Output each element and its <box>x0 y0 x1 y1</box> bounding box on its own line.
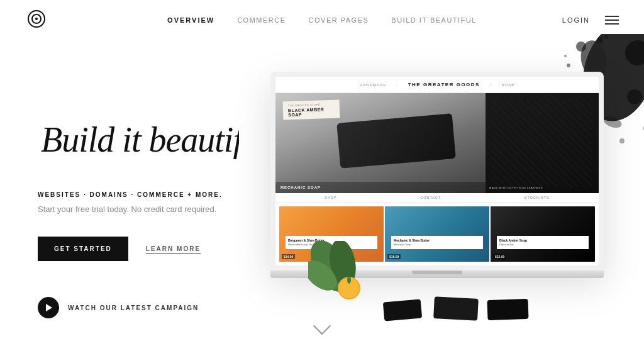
decoration-leaves <box>308 241 384 306</box>
preview-nav-right: Soap <box>502 83 515 87</box>
website-preview: Handmade | The Greater Goods | Soap <box>275 77 599 266</box>
product-tag-title: Black Amber Soap <box>288 107 335 118</box>
main-content: Build it beautiful. Websites · Domains ·… <box>0 40 644 341</box>
chevron-down-icon <box>313 317 331 335</box>
preview-nav-shop: Shop <box>325 196 337 199</box>
product-2-price: $18.00 <box>387 254 401 259</box>
product-card-3: Black Amber Soap Premium bar $22.00 <box>491 206 595 262</box>
logo[interactable] <box>25 8 48 33</box>
svg-point-5 <box>627 89 642 104</box>
nav-item-cover-pages[interactable]: Cover Pages <box>309 16 369 24</box>
preview-nav-contact: Contact <box>420 196 441 199</box>
preview-nav: Handmade | The Greater Goods | Soap <box>275 77 599 93</box>
login-button[interactable]: Login <box>562 16 590 24</box>
svg-point-21 <box>347 276 351 284</box>
svg-rect-22 <box>383 299 422 321</box>
product-card-2: Mechanic & Shea Butter Mechanic Soap $18… <box>385 206 489 262</box>
preview-bottom-nav: Shop Contact Stockists <box>275 193 599 203</box>
play-button[interactable] <box>38 297 59 318</box>
site-preview-content: Handmade | The Greater Goods | Soap <box>275 77 599 266</box>
svg-rect-23 <box>433 296 479 321</box>
video-cta-label: Watch Our Latest Campaign <box>68 305 199 311</box>
preview-main: The Greater Store Black Amber Soap Mecha… <box>275 93 599 193</box>
tagline: Websites · Domains · Commerce + More. <box>38 191 264 198</box>
svg-point-11 <box>564 55 567 57</box>
hero-title: Build it beautiful. <box>38 108 264 174</box>
svg-point-14 <box>619 138 625 143</box>
nav-item-commerce[interactable]: Commerce <box>237 16 286 24</box>
header-right: Login <box>562 16 619 25</box>
preview-sidebar-image: Made with nutritious leathers <box>486 93 599 193</box>
hamburger-line-3 <box>605 23 619 25</box>
laptop-stands <box>371 294 547 328</box>
scroll-indicator[interactable] <box>316 320 328 332</box>
preview-nav-title: The Greater Goods <box>408 82 480 87</box>
hero-section: Build it beautiful. Websites · Domains ·… <box>0 40 289 341</box>
preview-hero-image: The Greater Store Black Amber Soap Mecha… <box>275 93 486 193</box>
svg-rect-24 <box>487 299 528 320</box>
preview-nav-left: Handmade <box>360 83 386 87</box>
svg-point-10 <box>567 64 570 67</box>
hero-image-section: Handmade | The Greater Goods | Soap <box>289 40 644 341</box>
preview-nav-stockists: Stockists <box>525 196 550 199</box>
laptop-hinge <box>412 271 462 274</box>
main-nav: Overview Commerce Cover Pages Build It B… <box>167 16 477 24</box>
video-cta[interactable]: Watch Our Latest Campaign <box>38 297 199 318</box>
hamburger-line-1 <box>605 16 619 17</box>
preview-sidebar: Made with nutritious leathers <box>486 93 599 193</box>
sidebar-text: Made with nutritious leathers <box>489 186 595 189</box>
learn-more-button[interactable]: Learn More <box>146 245 201 252</box>
svg-point-4 <box>576 42 586 52</box>
subtitle: Start your free trial today. No credit c… <box>38 204 264 214</box>
nav-item-build-it-beautiful[interactable]: Build It Beautiful <box>391 16 477 24</box>
product-3-price: $22.00 <box>493 254 506 259</box>
get-started-button[interactable]: Get Started <box>38 237 128 261</box>
soap-label: Mechanic Soap <box>280 186 480 189</box>
site-header: Overview Commerce Cover Pages Build It B… <box>0 0 644 40</box>
svg-text:Build it beautiful.: Build it beautiful. <box>41 120 239 159</box>
hamburger-line-2 <box>605 20 619 21</box>
cta-buttons: Get Started Learn More <box>38 237 264 261</box>
nav-item-overview[interactable]: Overview <box>167 16 214 24</box>
hamburger-menu[interactable] <box>605 16 619 25</box>
